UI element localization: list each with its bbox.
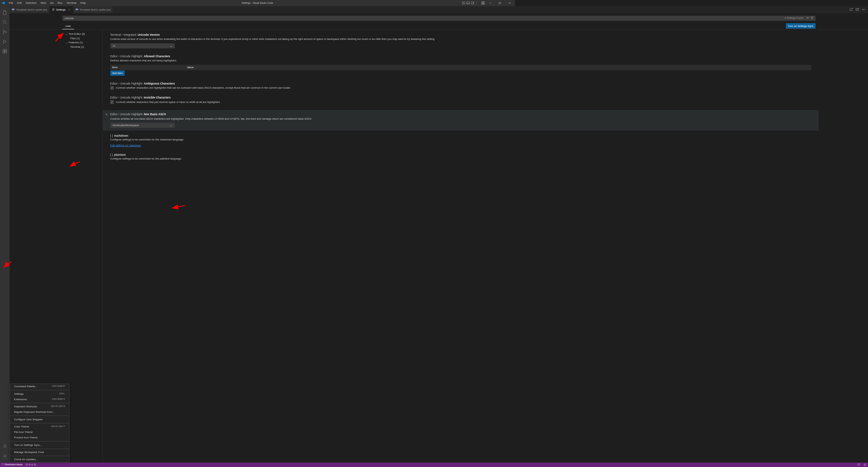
- settings-content[interactable]: Terminal › Integrated: Unicode Version C…: [102, 30, 515, 277]
- activity-bar: [0, 6, 10, 277]
- svg-point-30: [52, 9, 53, 9]
- tab-label: Template-tarkov-quête.php: [80, 8, 111, 11]
- annotation-arrow: [172, 204, 186, 210]
- annotation-arrow: [54, 32, 67, 43]
- annotation-arrow: [2, 261, 12, 269]
- window-minimize-button[interactable]: [486, 0, 495, 6]
- tab-label: Template-tarkov-quete.php: [16, 8, 47, 11]
- svg-rect-4: [471, 2, 474, 4]
- svg-point-35: [75, 9, 78, 11]
- php-file-icon: [12, 8, 15, 11]
- chevron-down-icon: ⌄: [170, 44, 172, 47]
- layout-sidebar-left-icon[interactable]: [461, 1, 465, 5]
- setting-invisible-characters: Editor › Unicode Highlight: Invisible Ch…: [110, 96, 515, 104]
- svg-rect-21: [5, 49, 7, 51]
- settings-toc: ⌄Text Editor (8) Files (1) ⌄Features (1)…: [58, 30, 102, 277]
- toc-text-editor[interactable]: ⌄Text Editor (8): [64, 32, 103, 36]
- php-file-icon: [75, 8, 78, 11]
- menu-go[interactable]: Go: [48, 0, 55, 6]
- svg-marker-19: [4, 40, 6, 43]
- activity-debug-icon[interactable]: [0, 37, 10, 46]
- settings-tab-icon: [52, 8, 55, 11]
- layout-sidebar-right-icon[interactable]: [470, 1, 474, 5]
- svg-rect-23: [5, 51, 7, 53]
- braces-icon: { }: [110, 134, 113, 137]
- kv-table-header: Item Value: [110, 65, 515, 70]
- setting-lang-plaintext: { } plaintext Configure settings to be o…: [110, 153, 515, 161]
- settings-scope-user[interactable]: User: [62, 23, 74, 29]
- edit-markdown-settings-link[interactable]: Edit settings for markdown: [110, 144, 141, 147]
- tab-template-quete[interactable]: Template-tarkov-quete.php: [10, 6, 49, 13]
- svg-line-15: [5, 23, 7, 24]
- setting-terminal-unicode-version: Terminal › Integrated: Unicode Version C…: [110, 33, 515, 48]
- menu-edit[interactable]: Edit: [16, 0, 23, 6]
- tab-label: Settings: [56, 8, 66, 11]
- setting-lang-markdown: { } markdown Configure settings to be ov…: [110, 134, 515, 147]
- title-bar: File Edit Selection View Go Run Terminal…: [0, 0, 515, 6]
- setting-ambiguous-characters: Editor › Unicode Highlight: Ambiguous Ch…: [110, 82, 515, 90]
- menu-file[interactable]: File: [7, 0, 15, 6]
- settings-search-input[interactable]: [65, 17, 515, 20]
- annotation-arrow: [69, 161, 81, 169]
- menu-view[interactable]: View: [39, 0, 48, 6]
- svg-rect-9: [483, 3, 485, 4]
- tab-close-icon[interactable]: [67, 8, 70, 11]
- editor-tabs-bar: Template-tarkov-quete.php Settings Templ…: [10, 6, 515, 13]
- window-close-button[interactable]: [505, 0, 514, 6]
- setting-gear-icon[interactable]: [105, 113, 108, 117]
- menu-run[interactable]: Run: [56, 0, 64, 6]
- chevron-down-icon: ⌄: [170, 124, 172, 127]
- menu-help[interactable]: Help: [79, 0, 87, 6]
- svg-rect-11: [499, 2, 501, 4]
- settings-search-box[interactable]: 9 Settings Found: [62, 16, 515, 21]
- settings-editor: 9 Settings Found User Turn on Settings S…: [10, 13, 515, 277]
- add-item-button[interactable]: Add Item: [110, 71, 125, 76]
- setting-allowed-characters: Editor › Unicode Highlight: Allowed Char…: [110, 55, 515, 76]
- svg-rect-22: [3, 51, 5, 53]
- activity-scm-icon[interactable]: [0, 27, 10, 36]
- activity-explorer-icon[interactable]: [0, 8, 10, 17]
- ambiguous-checkbox[interactable]: ✓: [110, 86, 114, 90]
- terminal-unicode-select[interactable]: 11 ⌄: [110, 43, 175, 48]
- tab-settings[interactable]: Settings: [50, 6, 73, 13]
- svg-point-18: [5, 31, 7, 33]
- toc-features[interactable]: ⌄Features (1): [64, 40, 103, 45]
- svg-point-16: [3, 30, 4, 31]
- vscode-logo-icon: [2, 1, 5, 4]
- braces-icon: { }: [110, 153, 113, 156]
- setting-non-basic-ascii: Editor › Unicode Highlight: Non Basic AS…: [103, 110, 515, 130]
- svg-rect-2: [467, 2, 469, 4]
- menu-selection[interactable]: Selection: [24, 0, 38, 6]
- svg-point-31: [53, 9, 54, 10]
- toc-terminal[interactable]: Terminal (1): [64, 45, 103, 49]
- svg-point-17: [3, 32, 4, 34]
- svg-rect-20: [3, 49, 5, 51]
- activity-search-icon[interactable]: [0, 17, 10, 27]
- layout-panel-icon[interactable]: [466, 1, 470, 5]
- window-maximize-button[interactable]: [495, 0, 505, 6]
- window-title: Settings - Visual Studio Code: [242, 2, 273, 4]
- svg-rect-0: [462, 2, 465, 4]
- toc-files[interactable]: Files (1): [64, 36, 103, 41]
- menu-terminal[interactable]: Terminal: [65, 0, 78, 6]
- svg-point-26: [12, 9, 15, 11]
- svg-rect-7: [483, 2, 485, 3]
- activity-extensions-icon[interactable]: [0, 46, 10, 56]
- non-basic-ascii-select[interactable]: inUntrustedWorkspace ⌄: [110, 123, 175, 128]
- invisible-checkbox[interactable]: ✓: [110, 100, 114, 104]
- svg-point-45: [106, 114, 107, 115]
- svg-rect-8: [482, 3, 483, 4]
- tab-template-quete-accent[interactable]: Template-tarkov-quête.php: [73, 6, 113, 13]
- svg-rect-6: [482, 2, 483, 3]
- customize-layout-icon[interactable]: [481, 1, 485, 5]
- svg-point-14: [3, 20, 6, 23]
- svg-point-32: [52, 10, 53, 11]
